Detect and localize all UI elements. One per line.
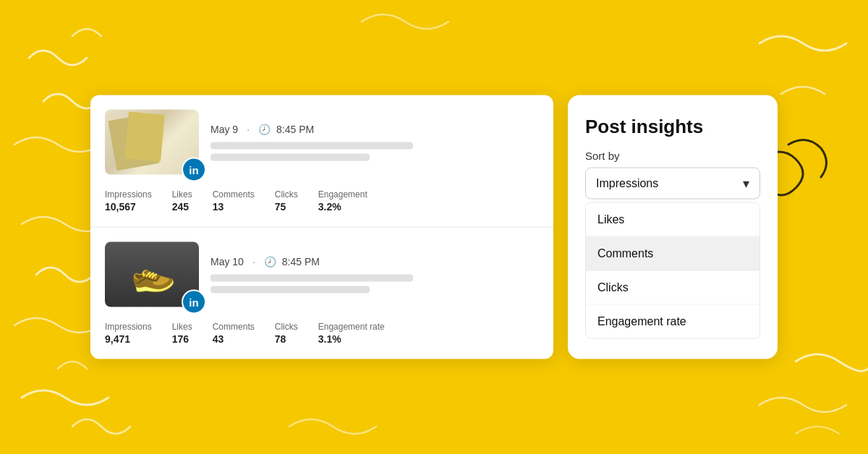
stat-label-likes-1: Likes <box>172 189 192 200</box>
insights-title: Post insights <box>585 116 760 138</box>
stat-label-impressions-2: Impressions <box>105 322 152 332</box>
stat-value-engagement-1: 3.2% <box>318 201 367 213</box>
post-card-2: in May 10 · 🕗 8:45 PM <box>90 228 553 359</box>
sort-dropdown[interactable]: Impressions ▾ <box>585 168 760 200</box>
post-card-1: in May 9 · 🕗 8:45 PM <box>90 95 553 228</box>
post-thumbnail-wrapper-1: in <box>105 110 199 175</box>
stat-label-clicks-2: Clicks <box>275 322 298 332</box>
post-meta-1: May 9 · 🕗 8:45 PM <box>210 124 536 161</box>
main-container: in May 9 · 🕗 8:45 PM <box>90 95 778 359</box>
stat-value-clicks-2: 78 <box>275 333 298 345</box>
stat-clicks-1: Clicks 75 <box>275 189 298 213</box>
insights-panel: Post insights Sort by Impressions ▾ Like… <box>568 95 778 359</box>
post-meta-2: May 10 · 🕗 8:45 PM <box>210 256 536 294</box>
stat-impressions-2: Impressions 9,471 <box>105 322 152 345</box>
text-line-1b <box>210 154 370 161</box>
post-thumbnail-wrapper-2: in <box>105 242 199 307</box>
dropdown-item-clicks[interactable]: Clicks <box>586 271 760 305</box>
dropdown-item-engagement-rate[interactable]: Engagement rate <box>586 305 760 338</box>
stat-value-impressions-1: 10,567 <box>105 201 152 213</box>
stat-likes-1: Likes 245 <box>172 189 192 213</box>
post-text-lines-1 <box>210 142 536 161</box>
sort-selected-value: Impressions <box>596 177 658 190</box>
post-header-1: in May 9 · 🕗 8:45 PM <box>105 110 536 175</box>
dot-separator-1: · <box>247 124 250 135</box>
post-date-1: May 9 <box>210 124 238 135</box>
stat-label-clicks-1: Clicks <box>275 189 298 200</box>
stat-label-likes-2: Likes <box>172 322 192 332</box>
stat-likes-2: Likes 176 <box>172 322 192 345</box>
post-date-time-2: May 10 · 🕗 8:45 PM <box>210 256 536 267</box>
sort-by-label: Sort by <box>585 150 760 162</box>
linkedin-badge-1: in <box>182 158 206 182</box>
stat-label-impressions-1: Impressions <box>105 189 152 200</box>
post-time-1: 8:45 PM <box>276 124 314 135</box>
text-line-1a <box>210 142 413 150</box>
stat-comments-1: Comments 13 <box>213 189 255 213</box>
stat-impressions-1: Impressions 10,567 <box>105 189 152 213</box>
stat-label-engagement-2: Engagement rate <box>318 322 385 332</box>
stat-label-comments-1: Comments <box>213 189 255 200</box>
post-text-lines-2 <box>210 275 536 294</box>
clock-icon-2: 🕗 <box>264 256 276 267</box>
post-stats-1: Impressions 10,567 Likes 245 Comments 13… <box>105 187 536 213</box>
post-stats-2: Impressions 9,471 Likes 176 Comments 43 … <box>105 319 536 345</box>
post-time-2: 8:45 PM <box>282 256 320 267</box>
clock-icon-1: 🕗 <box>258 124 271 135</box>
stat-value-likes-2: 176 <box>172 333 192 345</box>
dropdown-arrow-icon: ▾ <box>743 176 749 192</box>
stat-engagement-2: Engagement rate 3.1% <box>318 322 385 345</box>
post-date-time-1: May 9 · 🕗 8:45 PM <box>210 124 536 135</box>
stat-engagement-1: Engagement 3.2% <box>318 189 367 213</box>
dot-separator-2: · <box>252 256 255 267</box>
text-line-2a <box>210 275 413 282</box>
stat-value-comments-1: 13 <box>213 201 255 213</box>
post-header-2: in May 10 · 🕗 8:45 PM <box>105 242 536 307</box>
dropdown-item-comments[interactable]: Comments <box>586 237 760 271</box>
stat-value-engagement-2: 3.1% <box>318 333 385 345</box>
stat-value-likes-1: 245 <box>172 201 192 213</box>
post-list-panel: in May 9 · 🕗 8:45 PM <box>90 95 553 359</box>
text-line-2b <box>210 286 370 294</box>
linkedin-badge-2: in <box>182 290 206 314</box>
stat-value-comments-2: 43 <box>213 333 255 345</box>
dropdown-menu: Likes Comments Clicks Engagement rate <box>585 202 760 339</box>
stat-value-clicks-1: 75 <box>275 201 298 213</box>
post-date-2: May 10 <box>210 256 244 267</box>
stat-comments-2: Comments 43 <box>213 322 255 345</box>
stat-label-comments-2: Comments <box>213 322 255 332</box>
stat-clicks-2: Clicks 78 <box>275 322 298 345</box>
dropdown-item-likes[interactable]: Likes <box>586 203 760 237</box>
stat-value-impressions-2: 9,471 <box>105 333 152 345</box>
stat-label-engagement-1: Engagement <box>318 189 367 200</box>
